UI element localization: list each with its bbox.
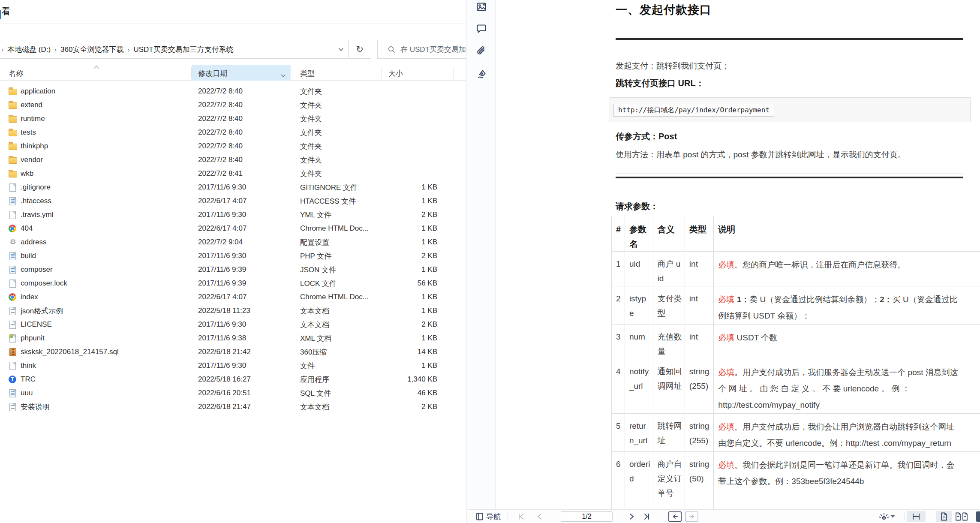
file-row[interactable]: vendor2022/7/2 8:40文件夹 [0,153,466,167]
textdoc-icon [9,321,16,329]
file-row[interactable]: think2017/11/6 9:30文件1 KB [0,359,466,373]
ribbon-tab-fragment[interactable]: 看 [1,5,11,18]
file-row[interactable]: 安装说明2022/6/18 21:47文本文档2 KB [0,400,466,414]
file-date: 2022/6/18 21:42 [198,348,300,356]
breadcrumb-item[interactable]: 360安全浏览器下载 [57,45,127,54]
file-row[interactable]: .travis.yml2017/11/6 9:30YML 文件2 KB [0,208,466,222]
chrome-icon [9,293,16,301]
breadcrumb-chevron: › [0,46,3,53]
file-type: 配置设置 [300,237,386,247]
file-row[interactable]: application2022/7/2 8:40文件夹 [0,84,466,98]
file-row[interactable]: composer.lock2017/11/6 9:39LOCK 文件56 KB [0,277,466,290]
file-row[interactable]: .htaccess2022/6/17 4:07HTACCESS 文件1 KB [0,194,466,208]
file-row[interactable]: TTRC2022/5/18 16:27应用程序1,340 KB [0,373,466,386]
column-header-name[interactable]: 名称 [9,69,23,78]
file-row[interactable]: build2017/11/6 9:30PHP 文件2 KB [0,249,466,263]
file-date: 2017/11/6 9:39 [198,279,300,288]
file-row[interactable]: .gitignore2017/11/6 9:30GITIGNORE 文件1 KB [0,180,466,194]
file-name: 404 [21,224,198,233]
column-header-date[interactable]: 修改日期 [198,69,227,78]
file-date: 2022/7/2 8:40 [198,101,300,109]
previous-page-button[interactable] [536,510,542,523]
file-type: 文件 [300,361,386,371]
next-page-button[interactable] [629,510,635,523]
column-header-size[interactable]: 大小 [388,69,403,78]
attachment-icon[interactable] [475,44,488,58]
param-col-header: 类型 [685,216,713,252]
screen: 看 › 本地磁盘 (D:)›360安全浏览器下载›USDT买卖交易加三方支付系统… [0,0,980,523]
file-row[interactable]: thinkphp2022/7/2 8:40文件夹 [0,139,466,153]
file-date: 2022/5/18 11:23 [198,307,300,315]
file-row[interactable]: composer2017/11/6 9:39JSON 文件1 KB [0,263,466,277]
column-header-type[interactable]: 类型 [300,69,315,78]
search-box[interactable]: 在 USDT买卖交易加 [377,40,466,59]
file-row[interactable]: ⚙address2022/7/2 9:04配置设置1 KB [0,235,466,249]
file-row[interactable]: phpunit2017/11/6 9:38XML 文档1 KB [0,331,466,345]
param-desc: 必填。我们会据此判别是同一笔订单还是新订单。我们回调时，会带上这个参数。例：35… [714,452,980,501]
breadcrumb-item[interactable]: 本地磁盘 (D:) [3,45,54,54]
params-table-header: #参数名含义类型说明 [612,216,980,252]
two-page-view-button[interactable] [955,510,968,523]
file-name: address [21,238,198,246]
navigation-panel-button[interactable]: 导航 [475,510,501,523]
param-type: int [685,252,713,286]
sort-ascending-indicator [93,63,99,71]
file-list: application2022/7/2 8:40文件夹extend2022/7/… [0,84,466,414]
refresh-button[interactable]: ↻ [349,44,371,54]
page-indicator-input[interactable]: 1/2 [561,511,613,522]
file-name: index [21,293,198,301]
file-date: 2022/7/2 8:40 [198,114,300,123]
api-url: http://接口域名/pay/index/Orderpayment [618,106,770,115]
next-view-button[interactable] [685,511,698,522]
param-desc: 必填。用户支付成功后，我们会让用户浏览器自动跳转到这个网址由您自定义。不要 ur… [714,414,980,452]
breadcrumb-item[interactable]: USDT买卖交易加三方支付系统 [129,45,237,54]
navigation-panel-icon [475,512,484,521]
doc-url-heading: 跳转支付页接口 URL： [616,78,704,89]
file-date: 2022/7/2 9:04 [198,238,300,246]
view-mode-button[interactable] [878,510,895,523]
signature-icon[interactable] [475,67,488,81]
address-bar[interactable]: › 本地磁盘 (D:)›360安全浏览器下载›USDT买卖交易加三方支付系统 ↻ [0,40,371,59]
two-page-icon [955,512,968,521]
file-type: Chrome HTML Doc... [300,293,386,301]
filter-dropdown-icon[interactable] [281,71,286,79]
image-icon[interactable] [475,0,488,14]
file-row[interactable]: sksksk_20220618_214157.sql2022/6/18 21:4… [0,345,466,359]
file-date: 2017/11/6 9:30 [198,252,300,260]
file-row[interactable]: json格式示例2022/5/18 11:23文本文档1 KB [0,304,466,318]
first-page-button[interactable] [517,510,525,523]
file-size: 2 KB [386,320,437,329]
rule-thick-2 [616,177,963,178]
eye-icon [878,511,890,522]
last-page-button[interactable] [643,510,650,523]
file-date: 2017/11/6 9:38 [198,334,300,343]
file-type: 文件夹 [300,141,386,151]
param-no: 8 [612,501,625,510]
file-name: tests [21,128,198,137]
file-type: 文本文档 [300,320,386,330]
file-row[interactable]: index2022/6/17 4:07Chrome HTML Doc...1 K… [0,290,466,304]
viewer-bottom-toolbar: 导航 1/2 [467,509,980,523]
file-row[interactable]: 4042022/6/17 4:07Chrome HTML Doc...1 KB [0,222,466,235]
file-row[interactable]: extend2022/7/2 8:40文件夹 [0,98,466,112]
param-name: uid [625,252,653,286]
file-size: 1 KB [386,197,437,205]
file-row[interactable]: tests2022/7/2 8:40文件夹 [0,126,466,139]
previous-view-button[interactable] [668,511,682,522]
param-col-header: 参数名 [625,216,653,252]
file-row[interactable]: uuu2022/6/16 20:51SQL 文件46 KB [0,386,466,400]
file-row[interactable]: runtime2022/7/2 8:40文件夹 [0,112,466,126]
file-type: 文件夹 [300,169,386,179]
file-type: Chrome HTML Doc... [300,224,386,233]
file-row[interactable]: wkb2022/7/2 8:41文件夹 [0,167,466,180]
zoom-control-fragment[interactable] [976,511,980,522]
file-name: .gitignore [21,183,198,192]
file-date: 2022/6/17 4:07 [198,224,300,233]
param-type: string(50) [685,452,713,501]
file-row[interactable]: LICENSE2017/11/6 9:30文本文档2 KB [0,318,466,331]
comment-icon[interactable] [475,21,488,35]
address-dropdown-icon[interactable] [334,45,348,53]
search-icon [388,46,395,53]
single-page-view-button[interactable] [936,511,952,522]
fit-width-button[interactable] [907,511,926,522]
